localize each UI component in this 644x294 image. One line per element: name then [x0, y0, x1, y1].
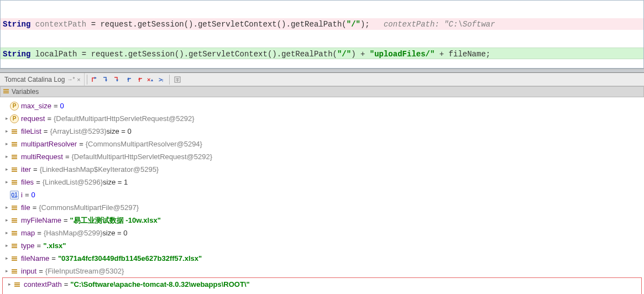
svg-rect-40 [12, 269, 17, 270]
evaluate-expression-icon[interactable]: >I [156, 74, 167, 85]
var-name: iter [21, 163, 31, 176]
variable-row[interactable]: ▸ 0͟1 i = 0 [0, 188, 644, 201]
string-literal: "/" [347, 20, 360, 29]
variables-tree[interactable]: ▸ P max_size = 0 ▸ P request = {DefaultM… [0, 97, 644, 294]
svg-rect-37 [12, 256, 17, 258]
variable-row[interactable]: ▸ input = {FileInputStream@5302} [0, 265, 644, 277]
debug-toolbar: Tomcat Catalina Log →* × × >I [0, 73, 644, 86]
svg-rect-43 [14, 282, 20, 284]
field-icon [10, 216, 19, 225]
svg-rect-36 [12, 247, 17, 248]
expand-arrow-icon[interactable]: ▸ [3, 201, 10, 214]
var-extra: size = 1 [103, 176, 128, 188]
var-name: input [21, 265, 36, 277]
expand-arrow-icon[interactable]: ▸ [3, 252, 10, 265]
code-line[interactable]: String contextPath = request.getSession(… [1, 18, 643, 30]
variable-row[interactable]: ▸ map = {HashMap@5299} size = 0 [0, 227, 644, 239]
svg-rect-44 [14, 284, 20, 285]
variables-panel-header[interactable]: Variables [0, 86, 644, 97]
field-icon [10, 140, 19, 149]
field-icon [10, 229, 19, 238]
code-line-current[interactable]: String localPath = request.getSession().… [1, 48, 643, 59]
step-over-icon[interactable] [90, 74, 101, 85]
svg-rect-21 [12, 171, 17, 172]
svg-rect-32 [12, 233, 17, 234]
expand-arrow-icon[interactable]: ▸ [3, 227, 10, 239]
var-value: {DefaultMultipartHttpServletRequest@5292… [54, 112, 195, 125]
equals-sign: = [25, 188, 29, 201]
variable-row[interactable]: ▸ fileName = "0371a4fcf30449dfb1145e627b… [0, 252, 644, 265]
variable-row[interactable]: ▸ fileList = {ArrayList@5293} size = 0 [0, 125, 644, 138]
var-name: map [21, 227, 35, 239]
pin-icon[interactable]: →* [67, 76, 75, 82]
var-name: file [21, 201, 30, 214]
var-value: 0 [60, 99, 64, 112]
var-name: myFileName [21, 214, 61, 227]
step-into-icon[interactable] [101, 74, 112, 85]
horizontal-splitter[interactable] [0, 69, 644, 73]
svg-rect-33 [12, 234, 17, 235]
expand-arrow-icon[interactable]: ▸ [3, 150, 10, 163]
equals-sign: = [51, 252, 56, 265]
close-icon[interactable]: × [77, 76, 80, 83]
variable-row[interactable]: ▸ multiRequest = {DefaultMultipartHttpSe… [0, 150, 644, 163]
drop-frame-icon[interactable] [134, 74, 145, 85]
equals-sign: = [54, 99, 58, 112]
var-value: {DefaultMultipartHttpServletRequest@5292… [71, 150, 212, 163]
variables-title: Variables [12, 88, 39, 96]
var-name: request [21, 112, 45, 125]
variable-row[interactable]: ▸ P request = {DefaultMultipartHttpServl… [0, 112, 644, 125]
svg-rect-12 [12, 133, 17, 134]
var-value: {FileInputStream@5302} [45, 265, 124, 277]
variable-row[interactable]: ▸ multipartResolver = {CommonsMultipartR… [0, 138, 644, 150]
expand-arrow-icon[interactable]: ▸ [6, 278, 13, 291]
svg-rect-16 [12, 155, 17, 156]
expand-arrow-icon[interactable]: ▸ [6, 291, 13, 294]
field-icon [13, 280, 22, 289]
field-icon [10, 242, 19, 250]
expand-arrow-icon[interactable]: ▸ [3, 214, 10, 227]
var-value: 0 [31, 188, 35, 201]
expand-arrow-icon[interactable]: ▸ [3, 125, 10, 138]
variable-row[interactable]: ▸ iter = {LinkedHashMap$KeyIterator@5295… [0, 163, 644, 176]
expand-arrow-icon[interactable]: ▸ [3, 112, 10, 125]
svg-rect-9 [3, 92, 9, 93]
equals-sign: = [64, 278, 69, 291]
run-to-cursor-icon[interactable]: × [145, 74, 156, 85]
var-name: files [21, 176, 34, 188]
svg-rect-17 [12, 156, 17, 158]
svg-rect-42 [12, 272, 17, 274]
var-name: i [21, 188, 23, 201]
force-step-into-icon[interactable] [112, 74, 123, 85]
variable-name: contextPath [35, 20, 86, 29]
variable-row[interactable]: ▸ localPath = "C:\Software\apache-tomcat… [3, 291, 641, 294]
field-icon [10, 165, 19, 174]
equals-sign: = [55, 291, 60, 294]
step-out-icon[interactable] [123, 74, 134, 85]
expand-arrow-icon[interactable]: ▸ [3, 265, 10, 277]
expand-arrow-icon[interactable]: ▸ [3, 163, 10, 176]
variable-row[interactable]: ▸ file = {CommonsMultipartFile@5297} [0, 201, 644, 214]
expand-arrow-icon[interactable]: ▸ [3, 176, 10, 188]
log-tab[interactable]: Tomcat Catalina Log →* × [1, 73, 85, 86]
inline-comment: contextPath: "C:\Softwar [370, 20, 495, 29]
svg-rect-25 [12, 206, 17, 207]
svg-text:I: I [162, 78, 163, 83]
var-extra: size = 0 [107, 125, 132, 138]
variable-row[interactable]: ▸ contextPath = "C:\Software\apache-tomc… [3, 278, 641, 291]
code-editor[interactable]: String contextPath = request.getSession(… [0, 0, 644, 69]
equals-sign: = [36, 176, 40, 188]
variable-row[interactable]: ▸ files = {LinkedList@5296} size = 1 [0, 176, 644, 188]
svg-rect-24 [12, 183, 17, 185]
svg-rect-8 [3, 91, 9, 92]
expand-arrow-icon[interactable]: ▸ [3, 239, 10, 252]
variable-row[interactable]: ▸ myFileName = "易工业测试数据 -10w.xlsx" [0, 214, 644, 227]
expand-arrow-icon[interactable]: ▸ [3, 138, 10, 150]
calculator-icon[interactable] [172, 74, 183, 85]
variable-row[interactable]: ▸ P max_size = 0 [0, 99, 644, 112]
param-icon: P [10, 102, 19, 111]
variable-row[interactable]: ▸ type = ".xlsx" [0, 239, 644, 252]
code-text: ) + [351, 50, 370, 59]
var-value: "C:\Software\apache-tomcat-8.0.32\webapp… [70, 278, 249, 291]
keyword: String [3, 50, 30, 59]
